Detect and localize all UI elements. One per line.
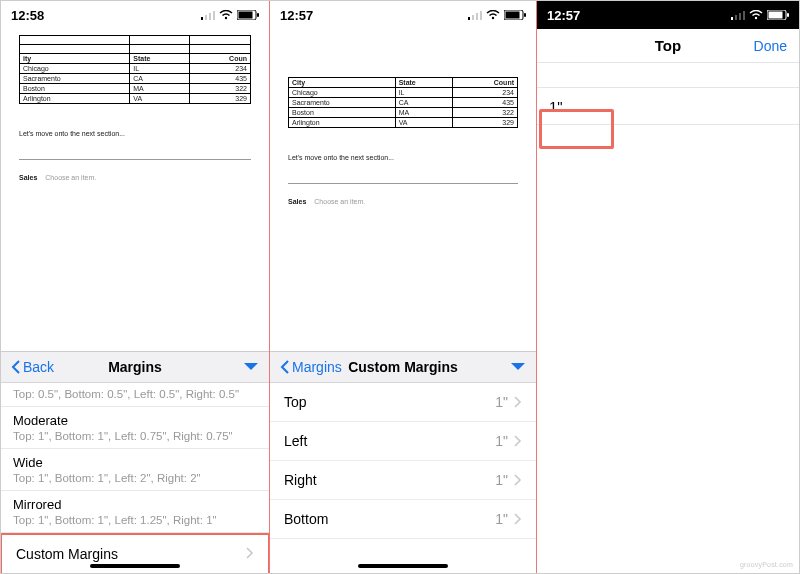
margin-option-clipped[interactable]: Top: 0.5", Bottom: 0.5", Left: 0.5", Rig… [1, 383, 269, 407]
section-text: Let's move onto the next section... [19, 130, 251, 137]
th-city: ity [20, 54, 130, 64]
svg-rect-2 [209, 13, 211, 20]
status-icons [468, 10, 526, 20]
chevron-left-icon [11, 359, 21, 375]
margin-option-mirrored[interactable]: Mirrored Top: 1", Bottom: 1", Left: 1.25… [1, 491, 269, 533]
th-state: State [395, 78, 452, 88]
data-table: ityStateCoun ChicagoIL234 SacramentoCA43… [19, 35, 251, 104]
svg-point-12 [492, 17, 494, 19]
th-city: City [289, 78, 396, 88]
margin-row-left[interactable]: Left 1" [270, 422, 536, 461]
svg-rect-19 [743, 11, 745, 20]
battery-icon [767, 10, 789, 20]
pane-margins-list: 12:58 ityStateCoun ChicagoIL234 Sacramen… [1, 1, 269, 573]
battery-icon [504, 10, 526, 20]
chevron-right-icon [514, 435, 522, 447]
svg-rect-9 [472, 15, 474, 20]
cellular-icon [731, 10, 745, 20]
th-count: Count [453, 78, 518, 88]
done-button[interactable]: Done [754, 38, 787, 54]
svg-point-20 [755, 17, 757, 19]
data-table: CityStateCount ChicagoIL234 SacramentoCA… [288, 77, 518, 128]
svg-rect-17 [735, 15, 737, 20]
clock: 12:58 [11, 8, 44, 23]
svg-rect-11 [480, 11, 482, 20]
cellular-icon [201, 10, 215, 20]
watermark: groovyPost.com [740, 561, 793, 568]
svg-rect-8 [468, 17, 470, 20]
pane-top-editor: 12:57 Top Done 1" groovyPost.com [536, 1, 799, 573]
section-text: Let's move onto the next section... [288, 154, 518, 161]
clock: 12:57 [280, 8, 313, 23]
dropdown-button[interactable] [510, 359, 526, 375]
pane-custom-margins: 12:57 CityStateCount ChicagoIL234 Sacram… [269, 1, 536, 573]
svg-rect-22 [769, 12, 783, 19]
divider [288, 183, 518, 184]
svg-rect-1 [205, 15, 207, 20]
home-indicator [358, 564, 448, 568]
margin-option-wide[interactable]: Wide Top: 1", Bottom: 1", Left: 2", Righ… [1, 449, 269, 491]
status-icons [201, 10, 259, 20]
svg-rect-0 [201, 17, 203, 20]
margin-option-moderate[interactable]: Moderate Top: 1", Bottom: 1", Left: 0.75… [1, 407, 269, 449]
cellular-icon [468, 10, 482, 20]
status-icons [731, 10, 789, 20]
sheet-header: Margins Custom Margins [270, 351, 536, 383]
svg-point-4 [225, 17, 227, 19]
battery-icon [237, 10, 259, 20]
dropdown-button[interactable] [243, 359, 259, 375]
status-bar: 12:57 [537, 1, 799, 29]
th-count: Coun [189, 54, 250, 64]
document-preview: CityStateCount ChicagoIL234 SacramentoCA… [270, 29, 536, 205]
svg-rect-15 [524, 13, 526, 17]
svg-rect-10 [476, 13, 478, 20]
wifi-icon [749, 10, 763, 20]
margin-row-top[interactable]: Top 1" [270, 383, 536, 422]
chevron-left-icon [280, 359, 290, 375]
svg-rect-7 [257, 13, 259, 17]
margin-row-right[interactable]: Right 1" [270, 461, 536, 500]
back-button[interactable]: Margins [280, 359, 342, 375]
chevron-right-icon [514, 396, 522, 408]
svg-rect-23 [787, 13, 789, 17]
svg-rect-18 [739, 13, 741, 20]
margin-value-input[interactable]: 1" [537, 87, 799, 125]
svg-rect-6 [239, 12, 253, 19]
editor-top-bar: Top Done [537, 29, 799, 63]
status-bar: 12:57 [270, 1, 536, 29]
th-state: State [130, 54, 189, 64]
sheet-title: Custom Margins [348, 359, 458, 375]
chevron-right-icon [514, 474, 522, 486]
wifi-icon [219, 10, 233, 20]
svg-rect-14 [506, 12, 520, 19]
sheet-header: Back Margins [1, 351, 269, 383]
svg-rect-16 [731, 17, 733, 20]
sheet-title: Margins [108, 359, 162, 375]
margin-value-text: 1" [549, 98, 563, 115]
home-indicator [90, 564, 180, 568]
clock: 12:57 [547, 8, 580, 23]
divider [19, 159, 251, 160]
margin-row-bottom[interactable]: Bottom 1" [270, 500, 536, 539]
wifi-icon [486, 10, 500, 20]
back-button[interactable]: Back [11, 359, 54, 375]
chevron-down-icon [510, 362, 526, 372]
svg-rect-3 [213, 11, 215, 20]
chevron-right-icon [514, 513, 522, 525]
chevron-right-icon [246, 546, 254, 562]
sales-field: SalesChoose an item. [19, 174, 251, 181]
document-preview: ityStateCoun ChicagoIL234 SacramentoCA43… [1, 29, 269, 181]
sales-field: SalesChoose an item. [288, 198, 518, 205]
editor-title: Top [655, 37, 681, 54]
status-bar: 12:58 [1, 1, 269, 29]
chevron-down-icon [243, 362, 259, 372]
